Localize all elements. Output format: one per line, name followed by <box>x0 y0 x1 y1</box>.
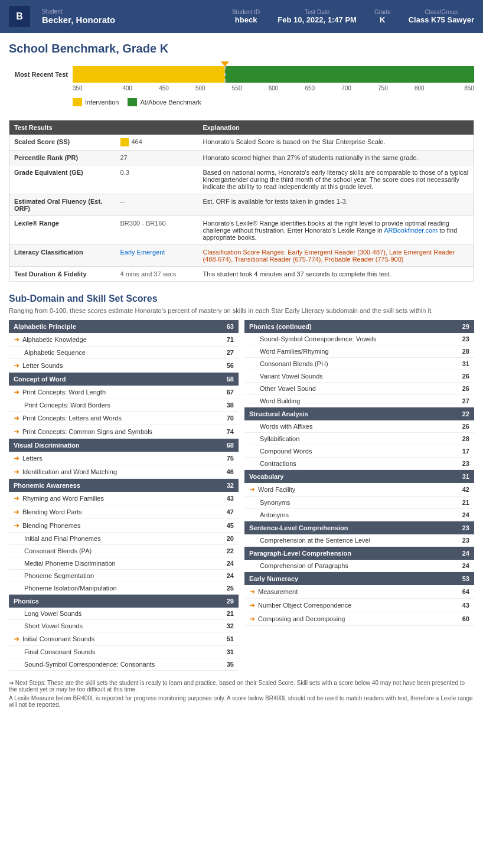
skill-score: 31 <box>455 360 469 367</box>
class-section: Class/Group Class K75 Sawyer <box>409 9 474 24</box>
chart-scale: 350 400 450 500 550 600 650 700 750 800 … <box>73 85 474 92</box>
list-item: ➜Rhyming and Word Families43 <box>9 492 239 505</box>
chart-row-label: Most Recent Test <box>9 70 73 79</box>
skill-name: Word Families/Rhyming <box>260 348 455 355</box>
domain-header: Alphabetic Principle63 <box>9 320 239 333</box>
skill-name: Phoneme Isolation/Manipulation <box>24 585 219 592</box>
domain-header: Phonemic Awareness32 <box>9 479 239 492</box>
footer-notes: ➜ Next Steps: These are the skill sets t… <box>0 677 483 719</box>
domain-score: 29 <box>462 323 469 330</box>
skill-name: Alphabetic Knowledge <box>22 336 219 343</box>
next-steps-icon: ➜ <box>14 508 19 516</box>
skills-left-col: Alphabetic Principle63➜Alphabetic Knowle… <box>9 320 239 671</box>
grade-value: K <box>374 15 391 24</box>
table-row: Test Duration & Fidelity4 mins and 37 se… <box>9 267 474 282</box>
skill-score: 56 <box>219 362 234 369</box>
skill-name: Print Concepts: Word Borders <box>24 402 219 409</box>
next-steps-icon: ➜ <box>14 454 19 462</box>
skills-grid: Alphabetic Principle63➜Alphabetic Knowle… <box>9 320 474 671</box>
grade-label: Grade <box>374 9 391 15</box>
student-info: Student Becker, Honorato <box>42 8 220 25</box>
skill-name: Phoneme Segmentation <box>24 572 219 579</box>
domain-header: Concept of Word58 <box>9 373 239 386</box>
next-steps-icon: ➜ <box>14 521 19 530</box>
skill-score: 38 <box>219 402 234 409</box>
skill-score: 75 <box>219 455 234 462</box>
next-steps-icon: ➜ <box>14 468 19 476</box>
metric-value: 4 mins and 37 secs <box>116 267 198 282</box>
lexile-link[interactable]: ARBookfinder.com <box>384 227 438 234</box>
metric-name: Percentile Rank (PR) <box>9 151 116 165</box>
list-item: ➜Print Concepts: Word Length67 <box>9 386 239 399</box>
skill-score: 24 <box>219 560 234 567</box>
skill-name: Short Vowel Sounds <box>24 622 219 629</box>
table-row: Percentile Rank (PR)27Honorato scored hi… <box>9 151 474 165</box>
skill-name: Other Vowel Sound <box>260 385 455 392</box>
skill-score: 21 <box>455 499 469 506</box>
next-steps-icon: ➜ <box>249 485 255 494</box>
list-item: ➜Blending Phonemes45 <box>9 519 239 533</box>
domain-header: Early Numeracy53 <box>244 572 474 585</box>
results-col3-header: Explanation <box>198 120 474 135</box>
footer-note2: A Lexile Measure below BR400L is reporte… <box>9 695 474 708</box>
skill-name: Print Concepts: Word Length <box>22 389 219 396</box>
skill-name: Medial Phoneme Discrimination <box>24 560 219 567</box>
skill-score: 60 <box>455 615 469 622</box>
metric-value: 464 <box>116 135 198 151</box>
list-item: Compound Words17 <box>244 445 474 458</box>
student-id-section: Student ID hbeck <box>232 9 260 24</box>
domain-score: 53 <box>462 575 469 582</box>
skill-score: 74 <box>219 428 234 435</box>
list-item: ➜Measurement64 <box>244 585 474 599</box>
list-item: ➜Number Object Correspondence43 <box>244 599 474 612</box>
domain-name: Sentence-Level Comprehension <box>249 524 348 531</box>
list-item: Word Building27 <box>244 395 474 407</box>
next-steps-icon: ➜ <box>249 615 255 623</box>
skill-score: 21 <box>219 610 234 617</box>
domain-header: Sentence-Level Comprehension23 <box>244 521 474 534</box>
list-item: ➜Print Concepts: Common Signs and Symbol… <box>9 425 239 439</box>
list-item: ➜Initial Consonant Sounds51 <box>9 632 239 646</box>
test-date-value: Feb 10, 2022, 1:47 PM <box>278 15 357 24</box>
skills-right-col: Phonics (continued)29Sound-Symbol Corres… <box>244 320 474 671</box>
results-table: Test Results Explanation Scaled Score (S… <box>9 120 474 282</box>
domain-name: Concept of Word <box>14 376 66 383</box>
list-item: Medial Phoneme Discrimination24 <box>9 557 239 570</box>
next-steps-icon: ➜ <box>14 388 19 396</box>
next-steps-icon: ➜ <box>14 428 19 436</box>
skill-score: 26 <box>455 423 469 430</box>
domain-name: Early Numeracy <box>249 575 298 582</box>
skill-score: 23 <box>455 335 469 342</box>
skill-name: Print Concepts: Letters and Words <box>22 415 219 422</box>
skill-score: 26 <box>455 373 469 380</box>
list-item: Alphabetic Sequence27 <box>9 347 239 359</box>
skill-score: 42 <box>455 486 469 493</box>
skill-score: 25 <box>219 585 234 592</box>
domain-score: 63 <box>227 323 234 330</box>
skill-name: Compound Words <box>260 448 455 455</box>
skill-score: 28 <box>455 435 469 442</box>
domain-score: 31 <box>462 473 469 480</box>
page-title: School Benchmark, Grade K <box>0 33 483 58</box>
list-item: Short Vowel Sounds32 <box>9 620 239 632</box>
score-badge <box>120 138 129 146</box>
metric-explanation: Honorato scored higher than 27% of stude… <box>198 151 474 165</box>
list-item: Contractions23 <box>244 458 474 470</box>
domain-name: Structural Analysis <box>249 410 308 417</box>
legend-intervention: Intervention <box>73 98 119 106</box>
next-steps-icon: ➜ <box>14 635 19 643</box>
domain-header: Vocabulary31 <box>244 470 474 483</box>
metric-value: 0.3 <box>116 165 198 194</box>
metric-name: Estimated Oral Fluency (Est. ORF) <box>9 194 116 216</box>
skill-name: Letters <box>22 455 219 462</box>
domain-name: Visual Discrimination <box>14 442 80 449</box>
domain-name: Phonics (continued) <box>249 323 312 330</box>
list-item: ➜Identification and Word Matching46 <box>9 465 239 479</box>
list-item: Initial and Final Phonemes20 <box>9 533 239 545</box>
list-item: ➜Alphabetic Knowledge71 <box>9 333 239 347</box>
table-row: Lexile® RangeBR300 - BR160Honorato's Lex… <box>9 216 474 245</box>
next-steps-icon: ➜ <box>14 494 19 502</box>
list-item: Word Families/Rhyming28 <box>244 345 474 358</box>
table-row: Literacy ClassificationEarly EmergentCla… <box>9 245 474 267</box>
skill-score: 24 <box>455 562 469 569</box>
